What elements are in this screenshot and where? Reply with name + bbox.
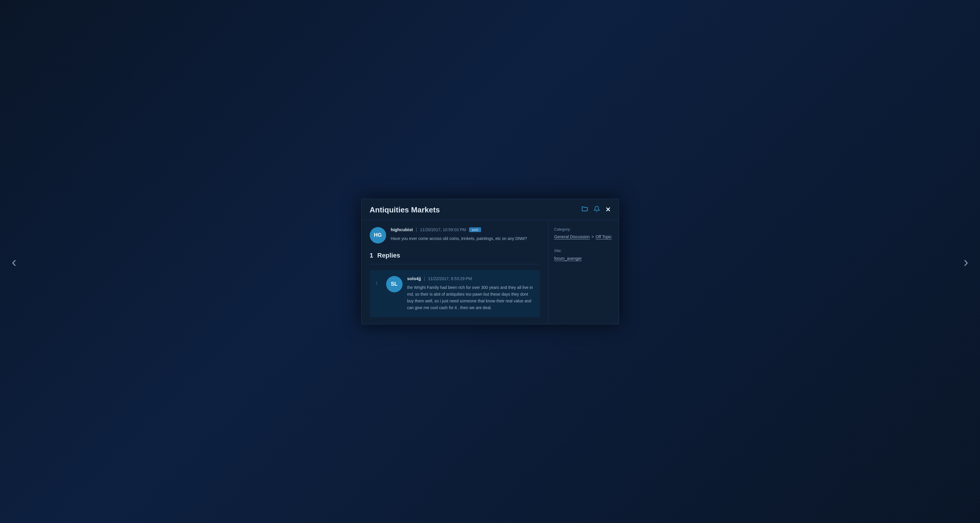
folder-icon[interactable]: [581, 205, 588, 214]
category-section: Category: General Discussion > Off Topic: [554, 227, 613, 239]
modal-body: HG highcubist | 11/20/2017, 10:59:03 PM …: [361, 220, 619, 324]
original-post-avatar: HG: [370, 227, 386, 243]
reply-text: the Wright Family had been rich for over…: [407, 284, 534, 311]
reply-timestamp: 11/22/2017, 6:53:29 PM: [428, 276, 472, 281]
prev-arrow[interactable]: ‹: [6, 248, 22, 275]
reply-number: 1: [375, 276, 382, 285]
replies-label: Replies: [377, 252, 400, 259]
reply-username: solo4jj: [407, 276, 421, 281]
category-child[interactable]: Off Topic: [596, 234, 612, 239]
reply-meta: solo4jj | 11/22/2017, 6:53:29 PM: [407, 276, 534, 281]
reply-separator: |: [424, 276, 425, 281]
next-arrow[interactable]: ›: [958, 248, 974, 275]
category-label: Category:: [554, 227, 613, 232]
category-parent[interactable]: General Discussion: [554, 234, 590, 239]
reply-item: 1 SL solo4jj | 11/22/2017, 6:53:29 PM th…: [370, 270, 540, 317]
replies-header: 1 Replies: [370, 252, 540, 264]
original-post-username: highcubist: [391, 227, 413, 232]
replies-count: 1: [370, 252, 373, 259]
site-label: Site:: [554, 248, 613, 253]
close-button[interactable]: ✕: [605, 206, 611, 214]
header-actions: ✕: [581, 205, 611, 214]
original-post-meta: highcubist | 11/20/2017, 10:59:03 PM pos…: [391, 227, 527, 232]
site-section: Site: forum_avenger: [554, 248, 613, 261]
category-breadcrumb: General Discussion > Off Topic: [554, 234, 613, 239]
site-value[interactable]: forum_avenger: [554, 256, 582, 261]
modal-title: Antiquities Markets: [370, 205, 440, 215]
breadcrumb-separator: >: [592, 234, 594, 239]
reply-avatar: SL: [386, 276, 402, 292]
reply-content: solo4jj | 11/22/2017, 6:53:29 PM the Wri…: [407, 276, 534, 311]
content-area: HG highcubist | 11/20/2017, 10:59:03 PM …: [361, 220, 549, 324]
modal-header: Antiquities Markets ✕: [361, 199, 619, 220]
original-post-timestamp: 11/20/2017, 10:59:03 PM: [420, 227, 466, 232]
sidebar: Category: General Discussion > Off Topic…: [549, 220, 619, 324]
original-post-text: Have you ever come across old coins, tri…: [391, 235, 527, 242]
original-post-badge: post: [469, 227, 481, 232]
bell-icon[interactable]: [593, 206, 600, 214]
original-post-content: highcubist | 11/20/2017, 10:59:03 PM pos…: [391, 227, 527, 242]
thread-modal: Antiquities Markets ✕: [361, 199, 619, 324]
original-post: HG highcubist | 11/20/2017, 10:59:03 PM …: [370, 227, 540, 243]
original-post-separator: |: [416, 227, 417, 232]
